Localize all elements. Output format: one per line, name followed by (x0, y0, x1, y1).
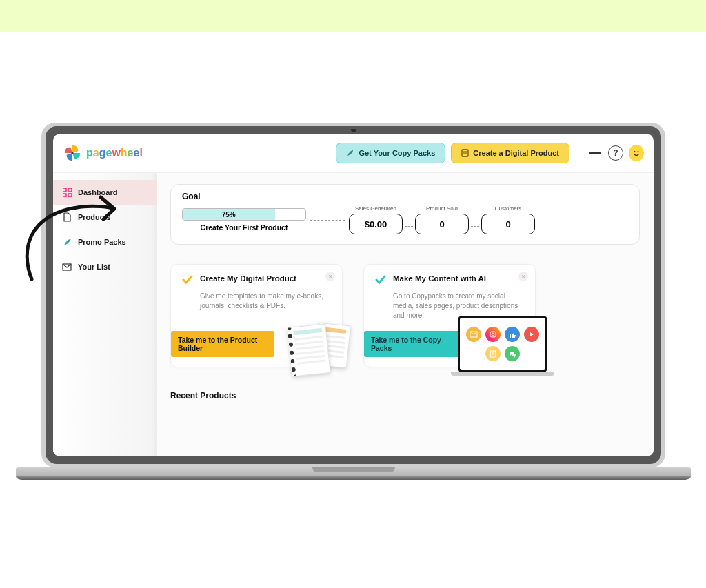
header-btn-label: Get Your Copy Packs (359, 149, 435, 157)
document-icon (461, 149, 469, 157)
main-area: Goal 75% Create Your First Product (157, 173, 654, 456)
cta-label: Take me to the Product Builder (178, 336, 257, 352)
stat-label: Customers (495, 205, 522, 212)
thumbs-up-app-icon (505, 327, 520, 342)
svg-rect-12 (490, 332, 496, 337)
check-icon (375, 275, 386, 287)
pointing-arrow-icon (19, 186, 116, 283)
svg-point-13 (492, 333, 494, 336)
header-btn-label: Create a Digital Product (473, 149, 559, 157)
close-button[interactable]: ✕ (325, 272, 335, 281)
cta-label: Take me to the Copy Packs (371, 336, 441, 352)
close-button[interactable]: ✕ (518, 272, 528, 281)
laptop-illustration (458, 316, 547, 372)
goal-heading: Goal (182, 192, 628, 201)
recent-products-heading: Recent Products (170, 391, 640, 401)
svg-point-4 (634, 151, 636, 152)
stat-label: Sales Generated (355, 205, 396, 212)
app-header: pagewheel Get Your Copy Packs Create a D… (53, 134, 654, 173)
rocket-icon (346, 149, 354, 157)
card-title: Create My Digital Product (200, 274, 296, 284)
goal-progress-bar: 75% (182, 208, 306, 221)
app-root: pagewheel Get Your Copy Packs Create a D… (53, 134, 654, 456)
product-builder-button[interactable]: Take me to the Product Builder (171, 331, 274, 357)
sales-generated-value: $0.00 (349, 214, 403, 234)
card-description: Give me templates to make my e-books, jo… (200, 292, 331, 311)
help-button[interactable]: ? (608, 145, 623, 161)
chat-app-icon (505, 346, 520, 361)
list-icon (589, 150, 601, 157)
card-title: Make My Content with AI (393, 274, 486, 284)
connector-icon (405, 226, 413, 227)
close-icon: ✕ (521, 274, 526, 280)
list-menu-button[interactable] (587, 145, 603, 161)
check-icon (182, 275, 193, 287)
mail-app-icon (466, 327, 481, 342)
help-icon: ? (608, 145, 623, 161)
customers-value: 0 (481, 214, 535, 234)
instagram-app-icon (485, 327, 501, 342)
play-app-icon (524, 327, 539, 342)
goal-progress-pct: 75% (222, 211, 236, 219)
goal-progress-caption: Create Your First Product (201, 223, 288, 232)
create-digital-product-button[interactable]: Create a Digital Product (451, 143, 569, 163)
brand-name: pagewheel (86, 147, 143, 159)
page-top-banner (0, 0, 706, 32)
close-icon: ✕ (328, 274, 333, 280)
connector-icon (471, 226, 479, 227)
copy-packs-button[interactable]: Take me to the Copy Packs (364, 331, 467, 357)
svg-point-0 (71, 152, 73, 154)
make-content-ai-card: ✕ Make My Content with AI (363, 264, 536, 367)
product-sold-value: 0 (415, 214, 469, 234)
profile-avatar[interactable] (629, 145, 644, 161)
stat-label: Product Sold (426, 205, 458, 212)
smiley-icon (629, 145, 644, 161)
svg-point-5 (638, 151, 639, 152)
connector-icon (310, 220, 345, 221)
goal-card: Goal 75% Create Your First Product (170, 184, 640, 245)
get-copy-packs-button[interactable]: Get Your Copy Packs (336, 143, 445, 163)
create-product-card: ✕ Create My Digital Product (170, 264, 343, 367)
pinwheel-icon (63, 143, 82, 163)
laptop-mockup: pagewheel Get Your Copy Packs Create a D… (41, 123, 665, 480)
brand-logo[interactable]: pagewheel (63, 143, 143, 163)
note-app-icon (485, 346, 501, 361)
